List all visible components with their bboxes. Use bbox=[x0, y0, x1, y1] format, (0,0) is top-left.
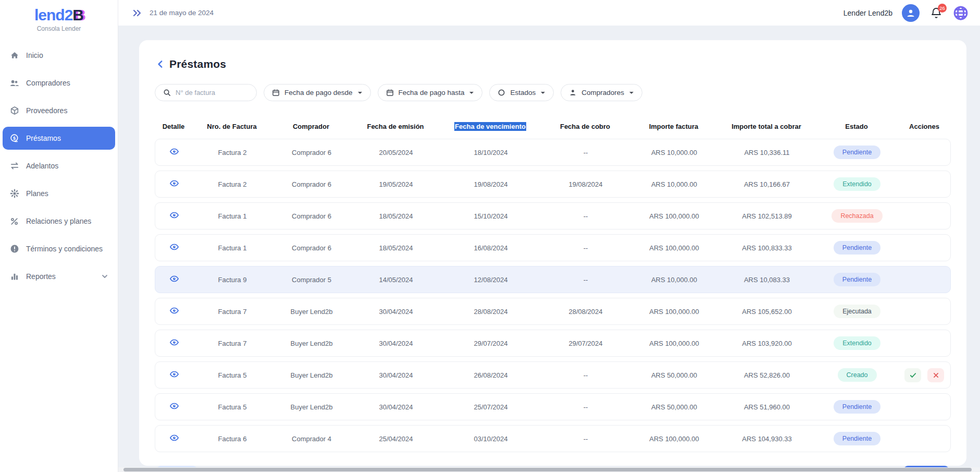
sidebar-item-pr-stamos[interactable]: $Préstamos bbox=[3, 127, 115, 150]
user-avatar[interactable] bbox=[902, 4, 920, 22]
total-amount: ARS 103,920.00 bbox=[718, 340, 816, 347]
view-detail-button[interactable] bbox=[169, 433, 179, 443]
status-badge: Pendiente bbox=[834, 273, 880, 286]
reject-button[interactable] bbox=[927, 368, 944, 382]
table-row[interactable]: Factura 1Comprador 618/05/202415/10/2024… bbox=[155, 202, 951, 229]
prestamos-card: Préstamos Fecha de pago desde bbox=[139, 40, 966, 466]
collection-date: 29/07/2024 bbox=[541, 340, 630, 347]
table-row[interactable]: Factura 1Comprador 618/05/202416/08/2024… bbox=[155, 234, 951, 261]
table-row[interactable]: Factura 7Buyer Lend2b30/04/202429/07/202… bbox=[155, 330, 951, 357]
sidebar-item-compradores[interactable]: Compradores bbox=[3, 71, 115, 94]
invoice-number: Factura 5 bbox=[193, 371, 272, 379]
sidebar-item-label: Planes bbox=[26, 189, 48, 198]
buyer-name: Buyer Lend2b bbox=[272, 308, 351, 316]
status-badge: Ejecutada bbox=[834, 305, 880, 318]
notifications-button[interactable]: 26 bbox=[929, 6, 944, 20]
total-amount: ARS 102,513.89 bbox=[718, 212, 816, 220]
sidebar-item-label: Adelantos bbox=[26, 162, 58, 170]
topbar: 21 de mayo de 2024 Lender Lend2b 26 bbox=[118, 0, 980, 26]
calendar-icon bbox=[386, 89, 394, 96]
status-badge: Pendiente bbox=[834, 432, 880, 445]
main-content: Préstamos Fecha de pago desde bbox=[118, 26, 980, 472]
filter-date-from[interactable]: Fecha de pago desde bbox=[264, 84, 371, 101]
buyer-name: Comprador 6 bbox=[272, 180, 351, 188]
filter-states[interactable]: Estados bbox=[489, 84, 554, 101]
table-row[interactable]: Factura 2Comprador 620/05/202418/10/2024… bbox=[155, 139, 951, 166]
invoice-search[interactable] bbox=[155, 84, 257, 101]
status-badge: Pendiente bbox=[834, 241, 880, 255]
table-row[interactable]: Factura 9Comprador 514/05/202412/08/2024… bbox=[155, 266, 951, 293]
total-amount: ARS 51,960.00 bbox=[718, 403, 816, 411]
logo-text-accent: B bbox=[72, 6, 83, 23]
language-globe-icon[interactable] bbox=[953, 5, 969, 21]
total-amount: ARS 10,166.67 bbox=[718, 180, 816, 188]
due-date: 28/08/2024 bbox=[441, 308, 541, 316]
issue-date: 18/05/2024 bbox=[351, 212, 441, 220]
sidebar-item-label: Compradores bbox=[26, 79, 70, 87]
invoice-amount: ARS 50,000.00 bbox=[630, 371, 718, 379]
table-body: Factura 2Comprador 620/05/202418/10/2024… bbox=[155, 139, 951, 452]
sidebar-item-adelantos[interactable]: Adelantos bbox=[3, 154, 115, 177]
brand-logo: lend2B Consola Lender bbox=[0, 0, 118, 32]
invoice-number: Factura 7 bbox=[193, 340, 272, 347]
view-detail-button[interactable] bbox=[169, 274, 179, 284]
sidebar-collapse-icon[interactable] bbox=[132, 8, 142, 18]
invoice-search-input[interactable] bbox=[176, 89, 243, 96]
sidebar-item-relaciones-y-planes[interactable]: Relaciones y planes bbox=[3, 210, 115, 233]
sidebar-item-inicio[interactable]: Inicio bbox=[3, 44, 115, 67]
issue-date: 30/04/2024 bbox=[351, 403, 441, 411]
back-chevron-icon[interactable] bbox=[156, 59, 165, 69]
logo-text-primary: lend2 bbox=[34, 6, 72, 23]
filters-bar: Fecha de pago desde Fecha de pago hasta bbox=[155, 84, 951, 101]
status-badge: Extendido bbox=[834, 336, 880, 350]
sidebar-item-reportes[interactable]: Reportes bbox=[3, 265, 115, 288]
current-date: 21 de mayo de 2024 bbox=[150, 9, 214, 17]
filter-buyers[interactable]: Compradores bbox=[561, 84, 642, 101]
collection-date: -- bbox=[541, 244, 630, 252]
horizontal-scrollbar[interactable] bbox=[118, 467, 980, 472]
filter-date-to[interactable]: Fecha de pago hasta bbox=[378, 84, 483, 101]
table-row[interactable]: Factura 6Comprador 425/04/202403/10/2024… bbox=[155, 425, 951, 452]
sidebar-item-label: Términos y condiciones bbox=[26, 245, 103, 253]
status-badge: Extendido bbox=[834, 177, 880, 191]
issue-date: 18/05/2024 bbox=[351, 244, 441, 252]
buyer-name: Buyer Lend2b bbox=[272, 403, 351, 411]
buyer-name: Comprador 6 bbox=[272, 149, 351, 156]
approve-button[interactable] bbox=[904, 368, 921, 382]
view-detail-button[interactable] bbox=[169, 178, 179, 189]
sidebar-item-t-rminos-y-condiciones[interactable]: Términos y condiciones bbox=[3, 237, 115, 260]
view-detail-button[interactable] bbox=[169, 306, 179, 316]
collection-date: -- bbox=[541, 212, 630, 220]
due-date: 26/08/2024 bbox=[441, 371, 541, 379]
invoice-amount: ARS 100,000.00 bbox=[630, 244, 718, 252]
buyer-name: Buyer Lend2b bbox=[272, 340, 351, 347]
due-date: 18/10/2024 bbox=[441, 149, 541, 156]
sidebar-item-planes[interactable]: Planes bbox=[3, 182, 115, 205]
gear-icon bbox=[9, 189, 19, 199]
table-row[interactable]: Factura 2Comprador 619/05/202419/08/2024… bbox=[155, 171, 951, 198]
issue-date: 25/04/2024 bbox=[351, 435, 441, 443]
page-title: Préstamos bbox=[169, 58, 226, 70]
total-amount: ARS 10,083.33 bbox=[718, 276, 816, 284]
view-detail-button[interactable] bbox=[169, 147, 179, 157]
view-detail-button[interactable] bbox=[169, 337, 179, 348]
scrollbar-thumb[interactable] bbox=[123, 468, 972, 471]
total-amount: ARS 52,826.00 bbox=[718, 371, 816, 379]
table-row[interactable]: Factura 5Buyer Lend2b30/04/202426/08/202… bbox=[155, 361, 951, 389]
person-icon bbox=[569, 89, 577, 96]
view-detail-button[interactable] bbox=[169, 401, 179, 412]
buyer-name: Comprador 4 bbox=[272, 435, 351, 443]
sidebar-item-label: Reportes bbox=[26, 272, 56, 281]
table-row[interactable]: Factura 7Buyer Lend2b30/04/202428/08/202… bbox=[155, 298, 951, 325]
total-amount: ARS 105,652.00 bbox=[718, 308, 816, 316]
sidebar: lend2B Consola Lender InicioCompradoresP… bbox=[0, 0, 118, 472]
box-icon bbox=[9, 106, 19, 116]
view-detail-button[interactable] bbox=[169, 210, 179, 221]
view-detail-button[interactable] bbox=[169, 242, 179, 252]
column-header: Detalle bbox=[155, 123, 192, 130]
view-detail-button[interactable] bbox=[169, 369, 179, 380]
sidebar-item-proveedores[interactable]: Proveedores bbox=[3, 99, 115, 122]
table-row[interactable]: Factura 5Buyer Lend2b30/04/202425/07/202… bbox=[155, 393, 951, 420]
sidebar-item-label: Préstamos bbox=[26, 134, 61, 142]
collection-date: -- bbox=[541, 149, 630, 156]
